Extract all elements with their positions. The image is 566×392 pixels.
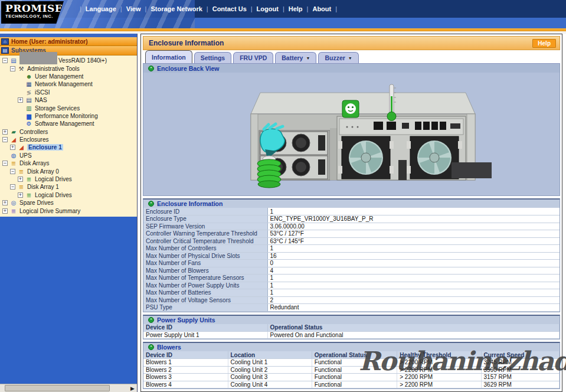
cell: Blowers 3 [143,374,228,381]
expander-icon[interactable]: − [10,184,15,190]
tree-item-label[interactable]: Logical Drives [35,176,72,182]
top-nav: |Language|View|Storage Network|Contact U… [76,0,341,18]
nav-item-storage-network[interactable]: Storage Network [151,5,202,12]
tree-item-label[interactable]: Storage Services [35,105,80,112]
sidebar-horizontal-scrollbar[interactable]: ▶ [0,384,137,392]
blowers-section: * Blowers Device IDLocationOperational S… [143,342,560,389]
expander-icon[interactable]: + [10,145,15,150]
tree-item-nas: +▤NAS [0,96,137,104]
tree-item-storage-services: ▥Storage Services [0,104,137,112]
tree-item-logical-drives: +≣Logical Drives [0,191,137,199]
nav-item-language[interactable]: Language [86,5,116,12]
expander-icon[interactable]: − [10,169,15,174]
nav-item-about[interactable]: About [312,5,331,12]
table-row: Controller Critical Temperature Threshol… [143,237,560,245]
tree-item-controllers: +▰Controllers [0,128,137,136]
controllers-icon: ▰ [9,129,18,135]
tab-information[interactable]: Information [145,50,192,63]
table-row: Max Number of Voltage Sensors2 [143,296,560,304]
row-value: 4 [267,267,560,275]
expander-icon[interactable]: − [2,58,8,63]
nav-item-view[interactable]: View [126,5,141,12]
chevron-down-icon[interactable]: ▼ [306,56,310,60]
tree-item-label[interactable]: Logical Drive Summary [19,208,80,214]
table-row: Max Number of Temperature Sensors1 [143,275,560,282]
table-row: Max Number of Physical Drive Slots16 [143,252,560,260]
column-header: Operational Status [267,324,560,332]
tree-item-label[interactable]: Administrative Tools [27,66,80,72]
tree-item-enclosure-1: +◢Enclosure 1 [0,143,137,151]
help-button[interactable]: Help [532,39,556,48]
row-value: 3.06.0000.00 [267,223,560,230]
expander-icon[interactable]: − [2,161,8,166]
expander-icon[interactable]: + [18,177,23,182]
table-row: Controller Warning Temperature Threshold… [143,230,560,238]
tree-item-label[interactable]: UPS [19,152,32,159]
tree-item-label[interactable]: Disk Array 0 [27,168,59,175]
nav-item-help[interactable]: Help [289,5,303,12]
tab-settings[interactable]: Settings [194,52,231,63]
tree-item-label[interactable]: Software Management [35,120,94,127]
tree-item-label[interactable]: Enclosure 1 [27,144,63,151]
expander-icon[interactable]: + [2,200,8,205]
chevron-down-icon[interactable]: ▼ [348,56,352,60]
expander-icon[interactable]: + [18,192,23,198]
row-value: 1 [267,289,560,297]
page: PROMISE® TECHNOLOGY, INC. |Language|View… [0,0,566,392]
top-header: PROMISE® TECHNOLOGY, INC. |Language|View… [0,0,566,28]
expander-icon[interactable]: + [18,97,23,103]
expander-icon[interactable]: − [2,137,8,142]
enclosure-icon: ◢ [17,144,25,151]
table-row: Max Number of Power Supply Units1 [143,282,560,289]
row-label: Max Number of Physical Drive Slots [143,252,267,260]
scrollbar-thumb[interactable] [5,385,110,391]
tab-battery[interactable]: Battery▼ [275,52,316,63]
nav-item-logout[interactable]: Logout [257,5,279,12]
expander-icon[interactable]: − [10,66,15,71]
subsystem-icon: ▤ [9,57,18,64]
sidebar: ⌂ Home (User: administrator) ▤ Subsystem… [0,34,138,392]
tree-item-label[interactable]: Disk Array 1 [27,184,59,190]
column-header: Operational Status [312,351,397,359]
tab-label: FRU VPD [240,54,267,61]
tab-buzzer[interactable]: Buzzer▼ [318,52,358,63]
table-row: Max Number of Blowers4 [143,267,560,275]
main-panel: Enclosure Information Help InformationSe… [140,34,562,392]
tab-fru-vpd[interactable]: FRU VPD [233,52,273,63]
tree-item-label[interactable]: Controllers [19,129,48,135]
expander-icon[interactable]: + [2,208,8,214]
tree-item-label[interactable]: User Management [35,73,83,80]
row-label: Max Number of Controllers [143,245,267,253]
row-value: Redundant [267,304,560,312]
table-row: Power Supply Unit 1Powered On and Functi… [143,331,560,339]
tree-item-label[interactable]: Network Management [35,81,93,87]
tree-item-logical-drive-summary: +≣Logical Drive Summary [0,207,137,214]
logo-text: PROMISE® [5,3,60,14]
expander-icon[interactable]: + [2,129,8,135]
tree-item-label[interactable]: VessRAID 1840i+) [58,57,107,64]
tree-item-label[interactable]: Spare Drives [19,200,54,206]
device-tree: −▤VessRAID 1840i+)−⚒Administrative Tools… [0,55,137,217]
sidebar-home[interactable]: ⌂ Home (User: administrator) [0,37,137,46]
blowers-heading-label: Blowers [157,344,181,351]
header-row: Device IDLocationOperational StatusHealt… [143,351,560,359]
redaction-box [19,52,57,64]
row-label: Max Number of Fans [143,260,267,267]
row-label: Max Number of Temperature Sensors [143,275,267,282]
blowers-heading: * Blowers [143,343,560,351]
row-value: 2 [267,296,560,304]
tree-item-label[interactable]: Logical Drives [35,192,72,198]
spare-drives-icon: ◎ [9,200,18,206]
nav-separator: | [145,5,147,12]
power-supply-units-section: * Power Supply Units Device IDOperationa… [143,315,560,340]
table-row: Enclosure ID1 [143,208,560,215]
tree-item-label[interactable]: Performance Monitoring [35,113,98,119]
scrollbar-right-arrow-icon[interactable]: ▶ [130,385,135,392]
nav-item-contact-us[interactable]: Contact Us [212,5,247,12]
tree-item-label[interactable]: Disk Arrays [19,160,50,166]
tree-item-label[interactable]: NAS [35,97,47,103]
tree-item-logical-drives: +≣Logical Drives [0,175,137,183]
tree-item-label[interactable]: Enclosures [19,136,48,143]
tree-item-label[interactable]: iSCSI [35,89,50,96]
back-view-heading-label: Enclosure Back View [157,65,219,72]
